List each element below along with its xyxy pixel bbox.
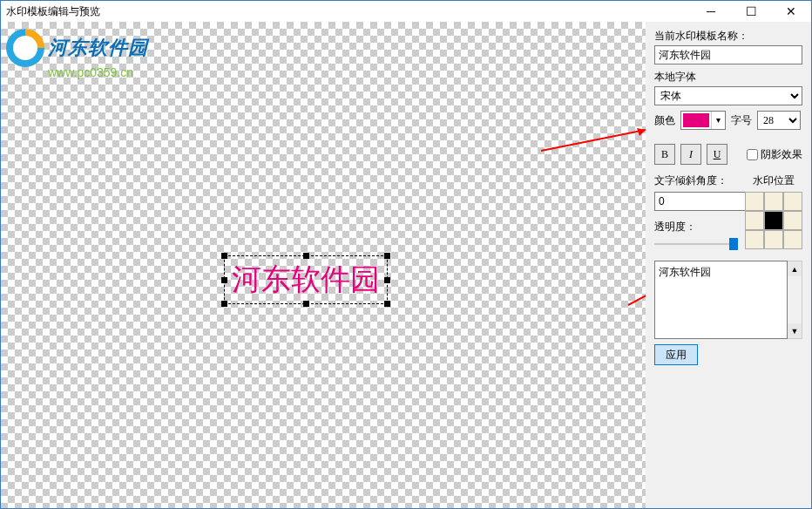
resize-handle[interactable] [303,253,309,259]
position-cell-tr[interactable] [783,192,802,211]
logo-text: 河东软件园 [48,35,148,61]
annotation-arrow [628,231,646,313]
resize-handle[interactable] [221,301,227,307]
scroll-up-icon[interactable]: ▲ [788,261,802,276]
font-size-select[interactable]: 28 [757,111,801,130]
svg-line-2 [628,235,646,305]
resize-handle[interactable] [384,277,390,283]
underline-button[interactable]: U [707,144,727,165]
svg-marker-1 [637,128,646,136]
position-cell-tm[interactable] [764,192,783,211]
titlebar[interactable]: 水印模板编辑与预览 ─ ☐ ✕ [1,1,811,22]
chevron-down-icon: ▾ [711,112,725,129]
position-cell-bl[interactable] [745,230,764,249]
scroll-down-icon[interactable]: ▼ [788,323,802,338]
resize-handle[interactable] [221,253,227,259]
position-cell-mr[interactable] [783,211,802,230]
template-name-input[interactable] [654,45,802,64]
shadow-label: 阴影效果 [761,147,802,162]
watermark-preview-text: 河东软件园 [232,263,380,295]
svg-line-0 [541,130,646,151]
minimize-button[interactable]: ─ [691,1,731,22]
position-cell-ml[interactable] [745,211,764,230]
bold-button[interactable]: B [654,144,675,165]
watermark-selection[interactable]: 河东软件园 [224,255,388,304]
maximize-button[interactable]: ☐ [731,1,771,22]
position-cell-br[interactable] [783,230,802,249]
window-title: 水印模板编辑与预览 [6,4,691,19]
watermark-text-input[interactable]: 河东软件园 [654,261,788,339]
properties-panel: 当前水印模板名称： 本地字体 宋体 颜色 ▾ 字号 28 [646,22,811,508]
site-logo: 河东软件园 www.pc0359.cn [6,29,148,79]
template-name-label: 当前水印模板名称： [654,29,802,44]
position-grid [745,192,802,249]
opacity-slider[interactable] [654,236,738,252]
logo-url: www.pc0359.cn [48,65,148,79]
font-select[interactable]: 宋体 [654,86,802,105]
annotation-arrow [541,126,646,156]
position-cell-bm[interactable] [764,230,783,249]
size-label: 字号 [731,113,752,128]
close-button[interactable]: ✕ [771,1,811,22]
resize-handle[interactable] [303,301,309,307]
opacity-label: 透明度： [654,220,738,234]
logo-icon [6,29,44,67]
textarea-scrollbar[interactable]: ▲ ▼ [788,261,802,339]
apply-button[interactable]: 应用 [654,344,698,365]
resize-handle[interactable] [384,301,390,307]
app-window: 水印模板编辑与预览 ─ ☐ ✕ 河东软件园 www.pc0359.cn 河东软件… [0,0,812,509]
italic-button[interactable]: I [680,144,701,165]
preview-canvas[interactable]: 河东软件园 www.pc0359.cn 河东软件园 [1,22,646,508]
color-swatch [683,113,709,127]
resize-handle[interactable] [384,253,390,259]
color-picker[interactable]: ▾ [680,111,726,130]
font-label: 本地字体 [654,70,802,85]
position-label: 水印位置 [745,173,802,188]
resize-handle[interactable] [221,277,227,283]
color-label: 颜色 [654,113,675,128]
position-cell-tl[interactable] [745,192,764,211]
position-cell-mm[interactable] [764,211,783,230]
shadow-checkbox[interactable] [747,149,758,160]
tilt-label: 文字倾斜角度： [654,173,738,188]
